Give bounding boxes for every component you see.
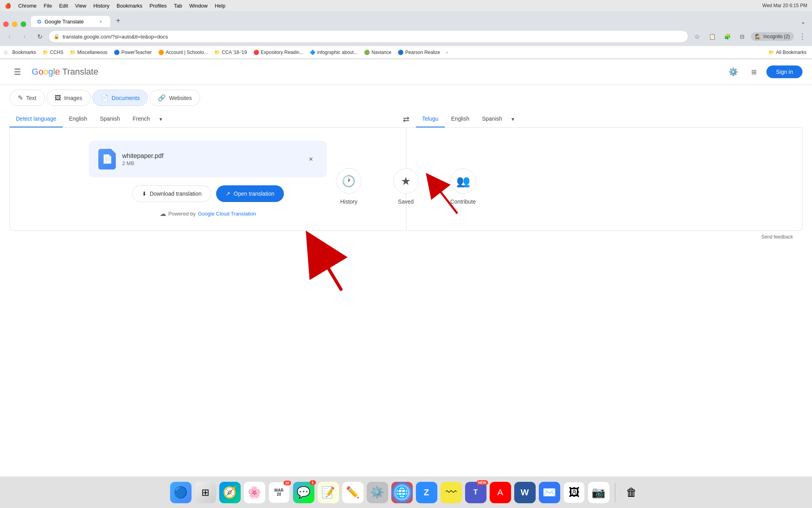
macos-dock: 🔵 ⊞ 🧭 🌸 MAR20 20 💬 1 📝 ✏️ ⚙️ 🌐 Z 〰 T NEW… [0, 476, 812, 508]
bookmark-infographic[interactable]: 🔷infographic about... [307, 49, 360, 56]
send-feedback[interactable]: Send feedback [10, 231, 802, 243]
close-window-btn[interactable] [3, 21, 9, 27]
dock-acrobat[interactable]: A [490, 482, 511, 503]
tabs-list-btn[interactable]: ⌄ [797, 16, 809, 27]
dock-finder[interactable]: 🔵 [170, 482, 192, 503]
menu-view[interactable]: View [75, 3, 86, 9]
tab-text[interactable]: ✎ Text [10, 90, 45, 106]
bookmark-cca[interactable]: 📁CCA '18-'19 [212, 49, 249, 56]
bookmark-bookmarks[interactable]: Bookmarks [10, 49, 38, 56]
photos-icon: 🌸 [247, 486, 261, 499]
browser-menu-btn[interactable]: ⋮ [796, 30, 809, 43]
tab-close-btn[interactable]: × [98, 18, 104, 25]
apple-menu[interactable]: 🍎 [5, 3, 11, 9]
source-lang-french[interactable]: French [126, 111, 156, 127]
settings-btn[interactable]: ⚙️ [725, 64, 741, 80]
app-header-left: ☰ Google Translate [10, 64, 98, 80]
bookmark-naviance[interactable]: 🟢Naviance [362, 49, 394, 56]
forward-btn[interactable]: › [18, 30, 31, 43]
trash-icon: 🗑 [626, 486, 637, 499]
back-btn[interactable]: ‹ [3, 30, 16, 43]
menu-bar: 🍎 Chrome File Edit View History Bookmark… [5, 3, 225, 9]
dock-trash[interactable]: 🗑 [621, 482, 642, 503]
documents-tab-label: Documents [112, 95, 140, 101]
menu-file[interactable]: File [44, 3, 52, 9]
menu-history[interactable]: History [94, 3, 109, 9]
all-bookmarks-btn[interactable]: 📁All Bookmarks [766, 49, 809, 56]
bookmark-star-btn[interactable]: ☆ [691, 30, 703, 43]
hamburger-menu-btn[interactable]: ☰ [10, 64, 25, 80]
calendar-badge: 20 [283, 481, 291, 485]
new-tab-btn[interactable]: + [112, 14, 124, 27]
google-cloud-translation-link[interactable]: Google Cloud Translation [198, 211, 256, 217]
tab-bar: G Google Translate × + ⌄ [0, 11, 812, 27]
acrobat-icon: A [497, 487, 503, 498]
bottom-features: 🕐 History ★ Saved 👥 Contribute [0, 162, 812, 211]
bookmark-account[interactable]: 🟠Account | Schoolo... [156, 49, 211, 56]
dock-chrome[interactable]: 🌐 [391, 482, 413, 503]
tab-images[interactable]: 🖼 Images [46, 90, 91, 106]
history-feature[interactable]: 🕐 History [336, 168, 362, 205]
dock-launchpad[interactable]: ⊞ [195, 482, 216, 503]
dock-waveform[interactable]: 〰 [440, 482, 462, 503]
saved-feature[interactable]: ★ Saved [393, 168, 419, 205]
active-tab[interactable]: G Google Translate × [31, 16, 110, 27]
pdfviewer-btn[interactable]: 📋 [706, 30, 718, 43]
menu-profiles[interactable]: Profiles [149, 3, 167, 9]
source-lang-more-btn[interactable]: ▾ [156, 111, 165, 127]
dock-imagecapture[interactable]: 📷 [588, 482, 609, 503]
dock-safari[interactable]: 🧭 [219, 482, 241, 503]
dock-word[interactable]: W [514, 482, 536, 503]
extensions-btn[interactable]: 🧩 [721, 30, 733, 43]
dock-photos[interactable]: 🌸 [244, 482, 265, 503]
dock-teams[interactable]: T NEW [465, 482, 486, 503]
swap-languages-btn[interactable]: ⇄ [396, 114, 416, 124]
bookmark-expository[interactable]: 🔴Expository Readin... [251, 49, 306, 56]
imagecapture-icon: 📷 [592, 486, 605, 499]
reload-btn[interactable]: ↻ [33, 30, 46, 43]
bookmarks-bar: ☆ Bookmarks 📁CCHS 📁Miscellaneous 🔵PowerT… [0, 46, 812, 59]
target-lang-english[interactable]: English [445, 111, 476, 127]
sign-in-btn[interactable]: Sign in [766, 65, 802, 78]
dock-zoom[interactable]: Z [416, 482, 437, 503]
menu-tab[interactable]: Tab [174, 3, 182, 9]
history-label: History [340, 198, 358, 205]
contribute-feature[interactable]: 👥 Contribute [450, 168, 476, 205]
bookmark-cchs[interactable]: 📁CCHS [40, 49, 66, 56]
dock-notes[interactable]: 📝 [318, 482, 339, 503]
incognito-btn[interactable]: 🕵 Incognito (2) [751, 32, 794, 41]
bookmark-pearson[interactable]: 🔵Pearson Realize [395, 49, 442, 56]
dock-calendar[interactable]: MAR20 20 [268, 482, 290, 503]
bookmark-misc[interactable]: 📁Miscellaneous [67, 49, 110, 56]
dock-systemprefs[interactable]: ⚙️ [367, 482, 388, 503]
target-lang-more-btn[interactable]: ▾ [508, 111, 517, 127]
menu-window[interactable]: Window [189, 3, 207, 9]
dock-freeform[interactable]: ✏️ [342, 482, 364, 503]
menu-chrome[interactable]: Chrome [18, 3, 36, 9]
nav-bar: ‹ › ↻ 🔒 translate.google.com/?sl=auto&tl… [0, 27, 812, 46]
apps-btn[interactable]: ⊞ [746, 64, 762, 80]
tab-documents[interactable]: 📄 Documents [92, 90, 148, 106]
minimize-window-btn[interactable] [12, 21, 17, 27]
fullscreen-window-btn[interactable] [21, 21, 26, 27]
language-selector-row: Detect language English Spanish French ▾… [10, 111, 802, 128]
bookmark-powerteacher[interactable]: 🔵PowerTeacher [111, 49, 154, 56]
target-lang-spanish[interactable]: Spanish [476, 111, 509, 127]
split-view-btn[interactable]: ⊟ [736, 30, 749, 43]
bookmarks-overflow-icon[interactable]: » [446, 50, 448, 55]
target-lang-telugu[interactable]: Telugu [416, 111, 445, 127]
documents-tab-icon: 📄 [101, 94, 109, 102]
menu-edit[interactable]: Edit [59, 3, 68, 9]
address-bar[interactable]: 🔒 translate.google.com/?sl=auto&tl=te&op… [48, 30, 688, 43]
source-lang-detect[interactable]: Detect language [10, 111, 63, 127]
tab-websites[interactable]: 🔗 Websites [149, 90, 200, 106]
source-lang-spanish[interactable]: Spanish [94, 111, 126, 127]
address-text: translate.google.com/?sl=auto&tl=te&op=d… [63, 34, 168, 40]
source-lang-english[interactable]: English [63, 111, 94, 127]
menu-help[interactable]: Help [215, 3, 226, 9]
dock-mail[interactable]: ✉️ [539, 482, 560, 503]
dock-preview[interactable]: 🖼 [563, 482, 585, 503]
menu-bookmarks[interactable]: Bookmarks [117, 3, 142, 9]
source-language-group: Detect language English Spanish French ▾ [10, 111, 396, 127]
dock-messages[interactable]: 💬 1 [293, 482, 314, 503]
